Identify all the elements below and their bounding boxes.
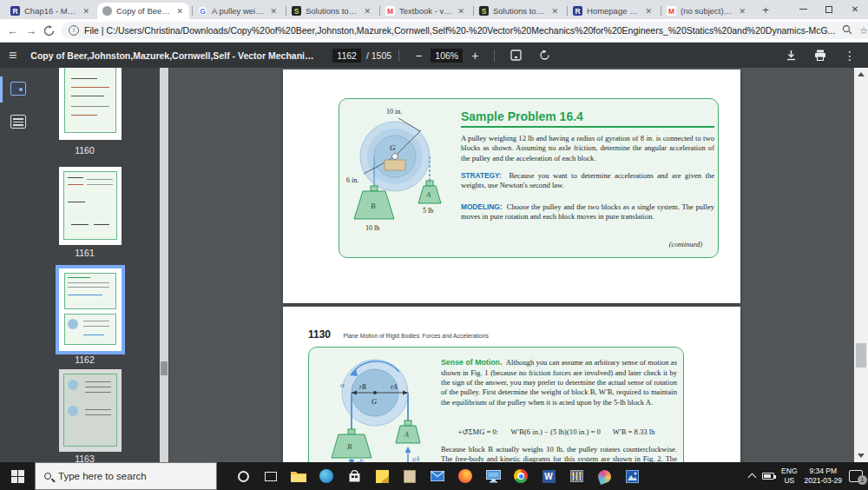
mixer-app-button[interactable] [562,462,590,490]
page-number-input[interactable]: 1162 [332,49,361,63]
pdf-content-area: 1160 1161 [0,68,868,462]
paint-button[interactable] [590,462,618,490]
tab-close-icon[interactable]: ✕ [363,7,372,16]
print-icon [814,50,826,61]
maximize-button[interactable] [816,0,842,18]
zoom-in-button[interactable]: + [471,49,478,63]
svg-text:G: G [372,397,377,406]
start-button[interactable] [0,462,35,490]
svg-text:5 lb: 5 lb [423,207,433,215]
sidebar-scrollbar[interactable] [160,68,168,462]
tab-close-icon[interactable]: ✕ [82,7,90,16]
omnibox[interactable]: i File | C:/Users/Christina/Downloads/Co… [62,22,868,39]
rotate-button[interactable] [539,50,550,61]
back-button[interactable]: ← [7,22,18,39]
fit-page-button[interactable] [510,50,522,61]
thumbnail-1163[interactable] [59,369,122,452]
tab-solutions-funda[interactable]: S Solutions to Funda ✕ [474,3,564,19]
edge-button[interactable] [312,462,340,490]
outline-view-button[interactable] [10,115,26,129]
tab-pulley-search[interactable]: G A pulley weighing ✕ [193,3,283,19]
tab-close-icon[interactable]: ✕ [644,7,653,16]
tab-close-icon[interactable]: ✕ [457,7,465,16]
thumbnail-view-icon [19,88,23,91]
minimize-button[interactable] [790,0,816,18]
sticky-notes-button[interactable] [368,462,396,490]
equation-result: W′B = 8.33 lb [613,427,655,436]
bookmark-star-icon[interactable]: ☆ [859,25,868,36]
thumbnail-1160[interactable] [59,68,122,140]
close-window-button[interactable]: ✕ [842,0,868,18]
thumbnail-page-label: 1162 [0,354,169,365]
tab-close-icon[interactable]: ✕ [269,7,278,16]
battery-icon[interactable] [762,473,774,480]
notification-center-button[interactable]: 1 [849,470,863,482]
gmail-icon: M [667,6,676,16]
pdf-menu-button[interactable]: ≡ [9,48,16,63]
page-total-label: / 1505 [366,50,391,61]
maximize-icon [825,6,832,13]
hidden-icons-chevron[interactable] [748,473,757,482]
firefox-button[interactable] [451,462,479,490]
scroll-down-icon[interactable] [858,454,865,458]
tab-textbook-mail[interactable]: M Textbook - vincen ✕ [380,3,470,19]
tab-close-icon[interactable]: ✕ [738,7,746,16]
task-view-button[interactable] [257,462,285,490]
continued-label: (continued) [669,241,702,248]
tab-homepage-mec[interactable]: R Homepage - MEC ✕ [568,3,658,19]
forward-button[interactable]: → [25,22,36,39]
svg-text:aA: aA [412,455,420,462]
zoom-page-icon[interactable] [842,24,852,36]
print-button[interactable] [814,50,826,61]
tab-close-icon[interactable]: ✕ [550,7,559,16]
strategy-paragraph: STRATEGY: Because you want to determine … [461,171,714,191]
pdf-toolbar: ≡ Copy of Beer,Johnston,Mazurek,Cornwell… [0,43,868,68]
tab-close-icon[interactable]: ✕ [175,7,184,16]
rail-selection-indicator [0,76,3,103]
photos-button[interactable] [618,462,646,490]
zoom-out-button[interactable]: − [415,49,422,63]
viewer-scroll-thumb[interactable] [856,343,866,368]
toolbar-divider [398,50,399,62]
reload-icon [43,25,55,36]
taskbar-search-box[interactable]: Type here to search [35,462,217,490]
cortana-button[interactable] [229,462,257,490]
thumbnail-1162-selected[interactable] [59,268,122,351]
sense-of-motion-box: α rB rA G B [308,347,684,462]
word-icon: W [542,470,556,483]
page-info-icon[interactable]: i [69,25,79,36]
store-icon [348,470,361,483]
language-indicator[interactable]: ENG US [781,467,797,485]
word-button[interactable]: W [535,462,562,490]
chrome-button[interactable] [507,462,535,490]
sidebar-scroll-thumb[interactable] [161,361,168,375]
download-button[interactable] [786,50,797,61]
zoom-level[interactable]: 106% [431,49,463,63]
scroll-up-icon[interactable] [858,72,865,76]
tab-title: Chap16 - MEC311 [24,6,77,16]
windows-taskbar: Type here to search [0,462,868,490]
tab-solutions-vector[interactable]: S Solutions to Vecto ✕ [286,3,377,19]
reload-button[interactable] [43,22,55,39]
mail-button[interactable] [424,462,451,490]
tab-copy-of-beer-active[interactable]: Copy of Beer,John ✕ [97,3,189,19]
file-explorer-button[interactable] [285,462,312,490]
clock[interactable]: 9:34 PM 2021-03-29 [805,467,842,485]
thumbnail-view-button[interactable] [10,82,26,96]
sense-of-motion-label: Sense of Motion. [441,358,502,367]
thumbnail-1161[interactable] [59,167,122,245]
display-app-button[interactable] [479,462,507,490]
tab-title: A pulley weighing [212,6,265,16]
windows-logo-icon [11,470,24,483]
store-button[interactable] [340,462,368,490]
files-app-button[interactable] [396,462,424,490]
tab-divider [192,6,193,16]
tab-chap16[interactable]: R Chap16 - MEC311 ✕ [5,3,95,19]
new-tab-button[interactable]: + [757,3,774,19]
pdf-more-button[interactable]: ⋮ [844,49,856,63]
tab-no-subject-mail[interactable]: M (no subject) - hien ✕ [661,3,752,19]
rmit-icon: R [573,6,582,16]
pulley-figure-1: G 10 in. 6 in. B 10 lb A 5 lb [345,103,453,242]
viewer-scrollbar[interactable] [854,68,868,462]
url-text: File | C:/Users/Christina/Downloads/Copy… [84,25,835,36]
